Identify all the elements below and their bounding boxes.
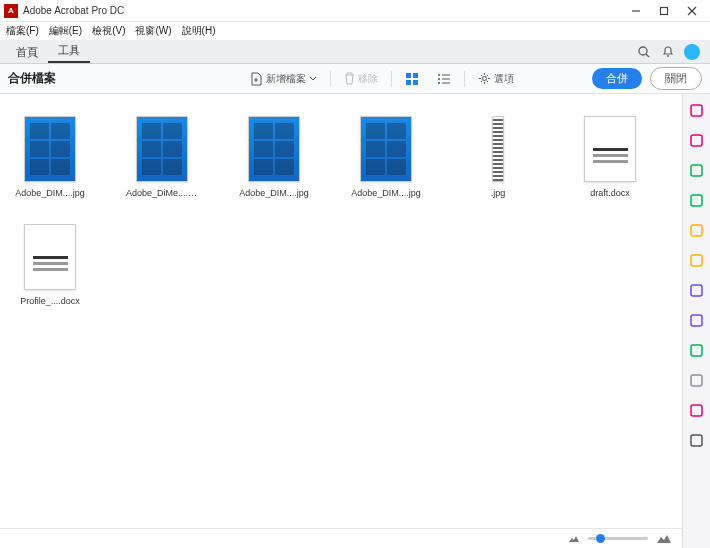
bottom-bar [0,528,682,548]
more-icon[interactable] [687,400,707,420]
file-name: Profile_....docx [20,296,80,306]
file-name: Adobe_DiMe....jpg [126,188,198,198]
search-icon[interactable] [632,41,656,63]
menu-file[interactable]: 檔案(F) [6,24,39,38]
svg-rect-11 [406,80,411,85]
delete-button[interactable]: 移除 [339,69,383,89]
close-panel-button[interactable]: 關閉 [650,67,702,90]
svg-rect-24 [691,225,702,236]
file-preview [492,116,504,182]
print-icon[interactable] [687,340,707,360]
file-thumb[interactable]: Adobe_DiMe....jpg [126,116,198,198]
window-title: Adobe Acrobat Pro DC [23,5,622,16]
file-name: Adobe_DIM....jpg [351,188,421,198]
file-name: Adobe_DIM....jpg [15,188,85,198]
close-button[interactable] [678,1,706,21]
combine-icon[interactable] [687,190,707,210]
file-preview [360,116,412,182]
bell-icon[interactable] [656,41,680,63]
add-file-icon [251,72,263,86]
grid-icon [405,72,419,86]
maximize-button[interactable] [650,1,678,21]
file-thumb[interactable]: Adobe_DIM....jpg [350,116,422,198]
gear-icon [478,72,491,85]
menu-window[interactable]: 視窗(W) [135,24,171,38]
svg-rect-22 [691,165,702,176]
svg-rect-30 [691,405,702,416]
svg-line-5 [646,54,649,57]
tab-tools[interactable]: 工具 [48,39,90,63]
menu-bar: 檔案(F) 編輯(E) 檢視(V) 視窗(W) 說明(H) [0,22,710,40]
organize-icon[interactable] [687,220,707,240]
edit-pdf-icon[interactable] [687,160,707,180]
account-avatar[interactable] [680,41,704,63]
svg-rect-21 [691,135,702,146]
sign-icon[interactable] [687,280,707,300]
svg-rect-1 [661,7,668,14]
title-bar: A Adobe Acrobat Pro DC [0,0,710,22]
svg-rect-28 [691,345,702,356]
svg-point-6 [667,55,669,57]
file-preview [24,224,76,290]
chevron-down-icon [309,76,317,82]
svg-rect-27 [691,315,702,326]
svg-rect-25 [691,255,702,266]
svg-point-17 [438,82,440,84]
file-thumb[interactable]: Adobe_DIM....jpg [14,116,86,198]
share-icon[interactable] [687,310,707,330]
options-button[interactable]: 選項 [473,69,519,89]
tab-bar: 首頁 工具 [0,40,710,64]
minimize-button[interactable] [622,1,650,21]
list-view-button[interactable] [432,69,456,89]
file-preview [584,116,636,182]
page-title: 合併檔案 [8,70,56,87]
list-icon [437,72,451,86]
file-name: draft.docx [590,188,630,198]
toolbar: 合併檔案 新增檔案 移除 選項 合併 關閉 [0,64,710,94]
svg-point-19 [483,77,487,81]
svg-point-4 [639,47,647,55]
svg-rect-9 [406,73,411,78]
file-preview [136,116,188,182]
menu-help[interactable]: 說明(H) [182,24,216,38]
svg-rect-26 [691,285,702,296]
file-name: Adobe_DIM....jpg [239,188,309,198]
svg-rect-12 [413,80,418,85]
svg-point-15 [438,78,440,80]
svg-rect-23 [691,195,702,206]
protect-icon[interactable] [687,370,707,390]
app-icon: A [4,4,18,18]
trash-icon [344,72,355,85]
side-tool-panel [682,94,710,548]
file-thumb[interactable]: draft.docx [574,116,646,198]
create-pdf-icon[interactable] [687,100,707,120]
zoom-slider[interactable] [588,537,648,540]
file-name: .jpg [491,188,506,198]
add-files-button[interactable]: 新增檔案 [246,69,322,89]
zoom-large-icon[interactable] [656,533,672,544]
file-thumb[interactable]: .jpg [462,116,534,198]
svg-rect-20 [691,105,702,116]
svg-rect-31 [691,435,702,446]
file-thumb[interactable]: Profile_....docx [14,224,86,306]
menu-edit[interactable]: 編輯(E) [49,24,82,38]
file-thumb[interactable]: Adobe_DIM....jpg [238,116,310,198]
file-grid: Adobe_DIM....jpgAdobe_DiMe....jpgAdobe_D… [0,94,682,528]
file-preview [24,116,76,182]
zoom-small-icon[interactable] [568,534,580,543]
export-pdf-icon[interactable] [687,130,707,150]
svg-rect-10 [413,73,418,78]
svg-rect-29 [691,375,702,386]
file-preview [248,116,300,182]
comment-icon[interactable] [687,250,707,270]
tools-config-icon[interactable] [687,430,707,450]
svg-point-13 [438,74,440,76]
combine-button[interactable]: 合併 [592,68,642,89]
menu-view[interactable]: 檢視(V) [92,24,125,38]
tab-home[interactable]: 首頁 [6,41,48,63]
thumbnail-view-button[interactable] [400,69,424,89]
